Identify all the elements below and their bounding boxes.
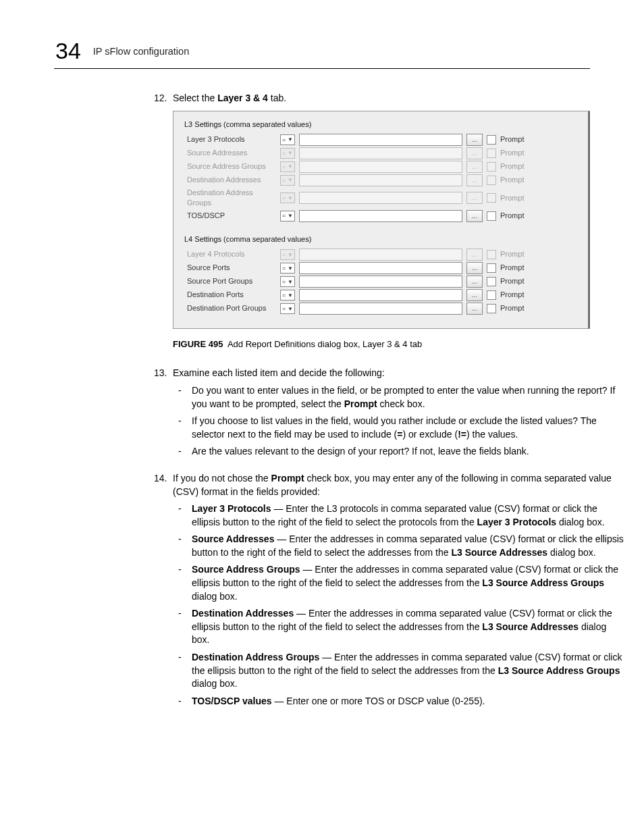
l3-section-title: L3 Settings (comma separated values) (184, 120, 580, 130)
field-row: Source Address Groups▼...Prompt (182, 161, 580, 173)
prompt-checkbox (487, 193, 496, 203)
bold: L3 Source Addresses (451, 547, 547, 558)
page-header: 34 IP sFlow configuration (55, 38, 590, 64)
text: — Enter one or more TOS or DSCP value (0… (272, 696, 485, 706)
bullet-item: Destination Address Groups — Enter the a… (173, 651, 626, 691)
bold: Prompt (271, 473, 304, 484)
prompt-checkbox[interactable] (487, 211, 496, 221)
prompt-label: Prompt (500, 303, 524, 313)
include-exclude-selector: ▼ (280, 175, 295, 186)
bold: L3 Source Address Groups (482, 577, 604, 588)
text: ) the values. (466, 429, 518, 440)
prompt-label: Prompt (500, 193, 524, 203)
ellipsis-button[interactable]: ... (466, 289, 483, 301)
bold: TOS/DSCP values (192, 696, 272, 706)
text: If you choose to list values in the fiel… (192, 415, 597, 440)
ellipsis-button: ... (466, 161, 483, 173)
field-label: Destination Ports (182, 290, 276, 300)
page: 34 IP sFlow configuration 12. Select the… (0, 0, 644, 834)
bold: != (458, 429, 466, 440)
text: dialog box. (192, 591, 238, 602)
value-input (299, 249, 462, 261)
prompt-checkbox (487, 176, 496, 185)
field-row: Layer 3 Protocols▼...Prompt (182, 134, 580, 146)
bold: Destination Addresses (192, 608, 296, 619)
field-row: Destination Address Groups▼...Prompt (182, 188, 580, 209)
ellipsis-button[interactable]: ... (466, 134, 483, 146)
bullet-item: TOS/DSCP values — Enter one or more TOS … (173, 695, 626, 708)
include-exclude-selector[interactable]: ▼ (280, 276, 295, 287)
field-row: TOS/DSCP▼...Prompt (182, 210, 580, 222)
field-label: Layer 4 Protocols (182, 249, 276, 259)
prompt-label: Prompt (500, 276, 524, 286)
value-input[interactable] (299, 303, 462, 315)
step-13: 13. Examine each listed item and decide … (154, 367, 626, 465)
bullet-item: Source Address Groups — Enter the addres… (173, 563, 626, 603)
field-row: Destination Addresses▼...Prompt (182, 174, 580, 186)
include-exclude-selector: ▼ (280, 249, 295, 260)
field-row: Source Ports▼...Prompt (182, 262, 580, 274)
ellipsis-button[interactable]: ... (466, 210, 483, 222)
prompt-label: Prompt (500, 161, 524, 172)
prompt-checkbox (487, 162, 496, 172)
text: Select the (173, 93, 217, 103)
field-row: Layer 4 Protocols▼...Prompt (182, 249, 580, 261)
bold: Source Addresses (192, 533, 274, 544)
bold: L3 Source Address Groups (498, 665, 620, 676)
prompt-checkbox[interactable] (487, 263, 496, 273)
step-body: Select the Layer 3 & 4 tab. L3 Settings … (173, 92, 626, 360)
step-body: Examine each listed item and decide the … (173, 367, 626, 465)
step-12: 12. Select the Layer 3 & 4 tab. L3 Setti… (154, 92, 626, 360)
field-row: Source Addresses▼...Prompt (182, 147, 580, 159)
bullet-item: Destination Addresses — Enter the addres… (173, 607, 626, 647)
include-exclude-selector[interactable]: ▼ (280, 290, 295, 301)
prompt-label: Prompt (500, 211, 524, 221)
include-exclude-selector[interactable]: ▼ (280, 263, 295, 273)
ellipsis-button[interactable]: ... (466, 303, 483, 315)
bold: Destination Address Groups (192, 652, 319, 662)
field-label: Destination Port Groups (182, 303, 276, 313)
bullet-item: Layer 3 Protocols — Enter the L3 protoco… (173, 502, 626, 529)
value-input[interactable] (299, 289, 462, 301)
prompt-label: Prompt (500, 249, 524, 259)
ellipsis-button: ... (466, 192, 483, 204)
value-input (299, 192, 462, 204)
text: dialog box. (547, 547, 596, 558)
value-input (299, 147, 462, 159)
text: If you do not chose the (173, 473, 271, 484)
ellipsis-button[interactable]: ... (466, 276, 483, 288)
value-input[interactable] (299, 134, 462, 146)
value-input (299, 161, 462, 173)
chapter-number: 34 (55, 38, 81, 64)
field-label: Destination Address Groups (182, 188, 276, 209)
field-label: Source Addresses (182, 148, 276, 158)
value-input[interactable] (299, 276, 462, 288)
prompt-checkbox[interactable] (487, 135, 496, 145)
prompt-checkbox[interactable] (487, 290, 496, 300)
field-label: Source Port Groups (182, 276, 276, 286)
include-exclude-selector: ▼ (280, 192, 295, 203)
bullet-item: If you choose to list values in the fiel… (173, 415, 626, 441)
bullet-item: Do you want to enter values in the field… (173, 384, 626, 411)
value-input[interactable] (299, 262, 462, 274)
bold: Layer 3 Protocols (477, 517, 557, 527)
prompt-checkbox[interactable] (487, 304, 496, 313)
figure-495: L3 Settings (comma separated values) Lay… (173, 111, 626, 351)
step-number: 14. (154, 472, 173, 715)
prompt-label: Prompt (500, 175, 524, 185)
ellipsis-button[interactable]: ... (466, 262, 483, 274)
step-14: 14. If you do not chose the Prompt check… (154, 472, 626, 715)
header-title: IP sFlow configuration (93, 46, 189, 57)
text: check box. (377, 398, 425, 409)
prompt-label: Prompt (500, 290, 524, 300)
include-exclude-selector[interactable]: ▼ (280, 134, 295, 145)
prompt-checkbox[interactable] (487, 277, 496, 286)
include-exclude-selector: ▼ (280, 148, 295, 159)
dialog-panel: L3 Settings (comma separated values) Lay… (173, 111, 590, 330)
l4-section-title: L4 Settings (comma separated values) (184, 234, 580, 244)
bold: Source Address Groups (192, 564, 300, 575)
prompt-checkbox (487, 149, 496, 158)
include-exclude-selector[interactable]: ▼ (280, 211, 295, 221)
include-exclude-selector[interactable]: ▼ (280, 303, 295, 314)
value-input[interactable] (299, 210, 462, 222)
